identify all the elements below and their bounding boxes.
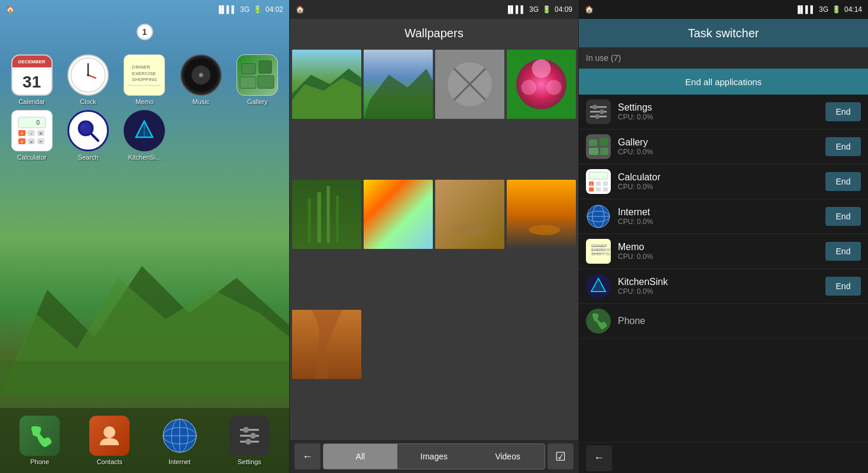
- app-music[interactable]: Music: [175, 54, 226, 105]
- app-kitchensink[interactable]: KitchenSi...: [119, 110, 170, 161]
- app-label-gallery: Gallery: [247, 98, 268, 105]
- svg-rect-15: [240, 77, 256, 88]
- end-calculator-button[interactable]: End: [825, 172, 861, 191]
- app-gallery[interactable]: Gallery: [232, 54, 283, 105]
- music-icon: [180, 54, 222, 96]
- tab-videos[interactable]: Videos: [471, 444, 545, 469]
- dock-settings-label: Settings: [238, 458, 261, 465]
- task-name-calculator: Calculator: [618, 172, 818, 183]
- end-internet-button[interactable]: End: [825, 207, 861, 226]
- svg-text:+: +: [590, 182, 592, 186]
- wallpaper-9[interactable]: [292, 310, 361, 379]
- svg-text:÷: ÷: [39, 139, 42, 145]
- wallpapers-select-button[interactable]: ☑: [548, 443, 574, 469]
- task-icon-phone: [586, 309, 611, 333]
- svg-point-86: [600, 109, 604, 114]
- task-name-internet: Internet: [618, 207, 818, 218]
- wallpapers-back-button[interactable]: ←: [294, 443, 320, 469]
- tab-images[interactable]: Images: [397, 444, 471, 469]
- app-calendar[interactable]: DECEMBER 31 Calendar: [6, 54, 57, 105]
- end-all-button[interactable]: End all applications: [579, 69, 868, 95]
- wallpaper-4[interactable]: [507, 50, 576, 119]
- task-icon-kitchensink: [586, 274, 611, 299]
- svg-point-55: [245, 439, 251, 445]
- wallpaper-5[interactable]: [292, 180, 361, 249]
- svg-text:SHOPPING: SHOPPING: [591, 252, 610, 256]
- dock-contacts-label: Contacts: [97, 458, 122, 465]
- status-bar-panel2: 🏠 ▐▌▌▌ 3G 🔋 04:09: [290, 0, 578, 19]
- battery-p2: 🔋: [542, 5, 551, 14]
- svg-point-54: [250, 433, 256, 439]
- task-item-phone: Phone: [579, 304, 868, 339]
- svg-text:0: 0: [36, 119, 40, 126]
- wallpaper-3[interactable]: [435, 50, 504, 119]
- task-cpu-gallery: CPU: 0.0%: [618, 148, 818, 156]
- status-bar-panel1: 🏠 ▐▌▌▌ 3G 🔋 04:02: [0, 0, 289, 19]
- home-screen: 🏠 ▐▌▌▌ 3G 🔋 04:02 1 DECEMBER 31 Calendar: [0, 0, 289, 473]
- dock-settings[interactable]: Settings: [229, 416, 270, 465]
- home-icon-p2: 🏠: [296, 5, 305, 14]
- app-memo[interactable]: DINNEREXERCISESHOPPING Memo: [119, 54, 170, 105]
- time-p3: 04:14: [844, 5, 862, 14]
- status-bar-panel3: 🏠 ▐▌▌▌ 3G 🔋 04:14: [579, 0, 868, 19]
- signal-p3: ▐▌▌▌: [795, 5, 815, 14]
- gallery-icon: [237, 54, 278, 96]
- svg-point-35: [81, 124, 86, 129]
- task-cpu-settings: CPU: 0.0%: [618, 113, 818, 121]
- wallpaper-8[interactable]: [507, 180, 576, 249]
- dock-phone[interactable]: Phone: [20, 416, 60, 465]
- wallpapers-screen: 🏠 ▐▌▌▌ 3G 🔋 04:09 Wallpapers: [289, 0, 579, 473]
- settings-dock-icon: [229, 416, 270, 456]
- app-calculator[interactable]: 0 + - × × = ÷ Calculator: [6, 110, 57, 161]
- network-p3: 3G: [819, 5, 828, 14]
- end-settings-button[interactable]: End: [825, 102, 861, 121]
- kitchensink-icon: [124, 110, 165, 151]
- svg-rect-78: [507, 180, 576, 249]
- svg-text:×: ×: [20, 139, 23, 145]
- time-p1: 04:02: [265, 5, 283, 14]
- app-label-kitchensink: KitchenSi...: [128, 154, 161, 161]
- task-icon-gallery: [586, 134, 611, 159]
- app-clock[interactable]: Clock: [62, 54, 114, 105]
- app-grid: DECEMBER 31 Calendar Clock DINNEREXERCIS…: [0, 19, 289, 167]
- svg-text:-: -: [30, 131, 32, 137]
- dock-internet[interactable]: Internet: [160, 416, 200, 465]
- svg-text:=: =: [30, 139, 33, 145]
- task-icon-internet: [586, 204, 611, 229]
- task-item-memo: DINNER EXERCISE SHOPPING Memo CPU: 0.0% …: [579, 234, 868, 269]
- task-switcher-back-button[interactable]: ←: [586, 445, 612, 471]
- dock-phone-label: Phone: [30, 458, 49, 465]
- svg-point-79: [529, 225, 560, 235]
- wallpaper-7[interactable]: [435, 180, 504, 249]
- end-kitchensink-button[interactable]: End: [825, 277, 861, 296]
- svg-rect-18: [18, 117, 46, 128]
- svg-rect-71: [318, 192, 321, 242]
- tab-all[interactable]: All: [323, 444, 397, 469]
- app-label-memo: Memo: [135, 98, 154, 105]
- svg-point-53: [243, 427, 249, 433]
- wallpaper-1[interactable]: [292, 50, 361, 119]
- end-memo-button[interactable]: End: [825, 242, 861, 261]
- svg-rect-98: [603, 182, 608, 186]
- wallpapers-title: Wallpapers: [290, 19, 578, 47]
- svg-rect-76: [435, 180, 504, 249]
- app-search[interactable]: Search: [62, 110, 114, 161]
- svg-text:×: ×: [39, 131, 42, 137]
- calendar-icon: DECEMBER 31: [11, 54, 53, 96]
- end-gallery-button[interactable]: End: [825, 137, 861, 156]
- task-switcher-title: Task switcher: [579, 19, 868, 47]
- task-item-settings: Settings CPU: 0.0% End: [579, 95, 868, 129]
- wallpaper-6[interactable]: [364, 180, 433, 249]
- app-label-search: Search: [78, 154, 99, 161]
- task-info-phone: Phone: [618, 316, 861, 326]
- task-list: Settings CPU: 0.0% End Gallery CPU: 0.0%: [579, 95, 868, 442]
- calculator-icon: 0 + - × × = ÷: [11, 110, 53, 151]
- dock-contacts[interactable]: Contacts: [89, 416, 129, 465]
- task-icon-settings: [586, 99, 611, 124]
- wallpaper-2[interactable]: [364, 50, 433, 119]
- task-info-gallery: Gallery CPU: 0.0%: [618, 137, 818, 156]
- wallpaper-tab-group: All Images Videos: [323, 443, 545, 469]
- svg-point-69: [546, 80, 562, 95]
- task-info-memo: Memo CPU: 0.0%: [618, 242, 818, 261]
- clock-icon: [67, 54, 109, 96]
